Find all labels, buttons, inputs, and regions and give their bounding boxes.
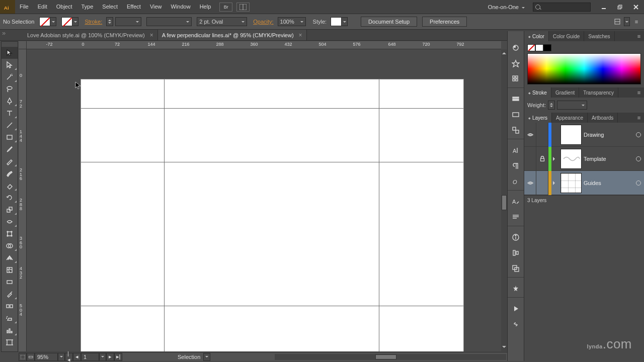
- artboard-nav-dropdown[interactable]: [99, 353, 106, 361]
- rotate-tool[interactable]: [2, 192, 18, 204]
- direct-selection-tool[interactable]: [2, 59, 18, 71]
- color-guide-panel-icon[interactable]: [508, 57, 524, 70]
- zoom-tool-icon[interactable]: ⬚: [19, 353, 27, 361]
- vertical-scrollbar[interactable]: [501, 49, 507, 351]
- links-panel-icon[interactable]: [508, 318, 524, 331]
- artboard-tool[interactable]: [2, 336, 18, 348]
- layer-lock-toggle[interactable]: [536, 171, 548, 195]
- layer-target-icon[interactable]: [633, 156, 644, 161]
- pencil-tool[interactable]: [2, 155, 18, 167]
- column-graph-tool[interactable]: [2, 324, 18, 336]
- panel-flyout-menu[interactable]: ≡: [634, 87, 644, 98]
- character-panel-icon[interactable]: A: [508, 144, 524, 157]
- width-tool[interactable]: [2, 216, 18, 228]
- eyedropper-tool[interactable]: [2, 288, 18, 300]
- close-button[interactable]: [629, 3, 643, 12]
- layer-visibility-toggle[interactable]: [524, 123, 536, 147]
- layer-row[interactable]: Guides: [524, 171, 644, 195]
- panel-tab-gradient[interactable]: Gradient: [551, 87, 579, 98]
- graphic-style-swatch[interactable]: [331, 17, 348, 26]
- panel-tab-layers[interactable]: Layers: [524, 113, 552, 123]
- selection-tool[interactable]: [2, 47, 18, 59]
- line-segment-tool[interactable]: [2, 119, 18, 131]
- panel-tab-swatches[interactable]: Swatches: [584, 31, 614, 41]
- blend-tool[interactable]: [2, 300, 18, 312]
- layer-visibility-toggle[interactable]: [524, 171, 536, 195]
- layer-expand-toggle[interactable]: [551, 181, 558, 185]
- info-panel-icon[interactable]: [508, 231, 524, 244]
- symbols-panel-icon[interactable]: [508, 282, 524, 295]
- opentype-panel-icon[interactable]: O: [508, 175, 524, 188]
- artboard-first[interactable]: |◂: [65, 353, 73, 361]
- character-styles-panel-icon[interactable]: A: [508, 195, 524, 208]
- panel-tab-stroke[interactable]: Stroke: [524, 87, 551, 98]
- control-panel-menu[interactable]: ≡: [632, 17, 641, 26]
- tab-close-icon[interactable]: ×: [150, 32, 153, 38]
- zoom-tool-icon-2[interactable]: ▭: [27, 353, 35, 361]
- status-menu[interactable]: [203, 353, 210, 361]
- ruler-origin[interactable]: [19, 41, 27, 49]
- artboard-last[interactable]: ▸|: [114, 353, 122, 361]
- layer-target-icon[interactable]: [633, 180, 644, 186]
- opacity-combo[interactable]: 100%: [278, 17, 306, 26]
- tab-close-icon[interactable]: ×: [299, 32, 302, 38]
- align-panel-icon[interactable]: [508, 246, 524, 259]
- layer-row[interactable]: Drawing: [524, 123, 644, 147]
- stroke-panel-icon[interactable]: [508, 93, 524, 106]
- artboard-nav-combo[interactable]: 1: [81, 353, 99, 361]
- color-panel-icon[interactable]: [508, 41, 524, 54]
- magic-wand-tool[interactable]: [2, 71, 18, 83]
- toolbox-grip[interactable]: [2, 42, 18, 47]
- menu-window[interactable]: Window: [167, 0, 195, 14]
- menu-file[interactable]: File: [15, 0, 33, 14]
- white-swatch[interactable]: [535, 44, 543, 51]
- menu-effect[interactable]: Effect: [122, 0, 145, 14]
- paintbrush-tool[interactable]: [2, 143, 18, 155]
- stroke-weight-stepper[interactable]: [106, 17, 113, 26]
- document-tab[interactable]: Love Adobian style.ai @ 100% (CMYK/Previ…: [23, 30, 158, 40]
- menu-view[interactable]: View: [145, 0, 167, 14]
- stroke-swatch[interactable]: [61, 17, 78, 26]
- actions-panel-icon[interactable]: [508, 302, 524, 315]
- black-swatch[interactable]: [543, 44, 551, 51]
- expand-dock-icon[interactable]: »: [2, 29, 6, 37]
- color-spectrum[interactable]: [527, 53, 641, 84]
- layer-visibility-toggle[interactable]: [524, 147, 536, 171]
- layer-lock-toggle[interactable]: [536, 147, 548, 171]
- artboard-next[interactable]: ▸: [106, 353, 114, 361]
- layer-lock-toggle[interactable]: [536, 123, 548, 147]
- blob-brush-tool[interactable]: [2, 167, 18, 179]
- bridge-button[interactable]: Br: [219, 3, 232, 12]
- zoom-level-combo[interactable]: 95%: [35, 353, 58, 361]
- layer-target-icon[interactable]: [633, 132, 644, 137]
- perspective-grid-tool[interactable]: [2, 252, 18, 264]
- align-to-icon[interactable]: [613, 17, 622, 26]
- panel-flyout-menu[interactable]: ≡: [634, 31, 644, 41]
- shape-builder-tool[interactable]: [2, 240, 18, 252]
- fill-none-swatch[interactable]: [527, 44, 535, 51]
- paragraph-panel-icon[interactable]: [508, 159, 524, 172]
- panel-tab-color[interactable]: Color: [524, 31, 549, 41]
- stroke-link-label[interactable]: Stroke:: [85, 19, 102, 25]
- arrange-documents-button[interactable]: [236, 3, 250, 12]
- menu-select[interactable]: Select: [98, 0, 122, 14]
- panel-tab-artboards[interactable]: Artboards: [588, 113, 618, 123]
- maximize-button[interactable]: [613, 3, 627, 12]
- workspace-switcher[interactable]: One-on-One: [483, 4, 528, 10]
- gradient-tool[interactable]: [2, 276, 18, 288]
- opacity-link-label[interactable]: Opacity:: [253, 19, 273, 25]
- menu-edit[interactable]: Edit: [33, 0, 52, 14]
- menu-help[interactable]: Help: [195, 0, 216, 14]
- layer-row[interactable]: Template: [524, 147, 644, 171]
- menu-type[interactable]: Type: [77, 0, 98, 14]
- vertical-ruler[interactable]: 07 21 4 42 1 62 8 83 6 04 3 25 0 4: [19, 49, 27, 351]
- type-tool[interactable]: [2, 107, 18, 119]
- stroke-weight-combo-panel[interactable]: [557, 101, 587, 110]
- layer-expand-toggle[interactable]: [551, 157, 558, 161]
- transparency-panel-icon[interactable]: [508, 124, 524, 137]
- rectangle-tool[interactable]: [2, 131, 18, 143]
- mesh-tool[interactable]: [2, 264, 18, 276]
- brush-definition-combo[interactable]: 2 pt. Oval: [197, 17, 247, 26]
- document-setup-button[interactable]: Document Setup: [361, 17, 417, 27]
- app-icon[interactable]: Ai: [0, 0, 15, 14]
